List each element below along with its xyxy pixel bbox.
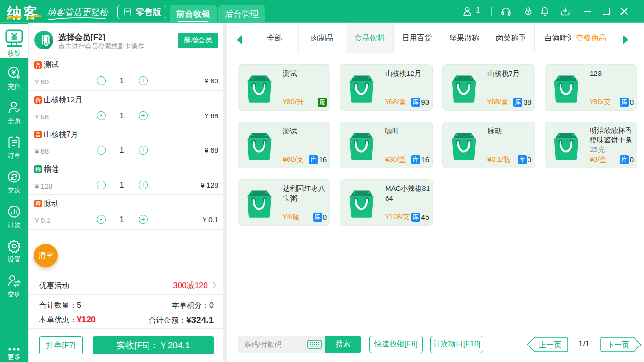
svg-text:上一页: 上一页	[539, 341, 561, 349]
svg-text:下一页: 下一页	[607, 341, 629, 349]
